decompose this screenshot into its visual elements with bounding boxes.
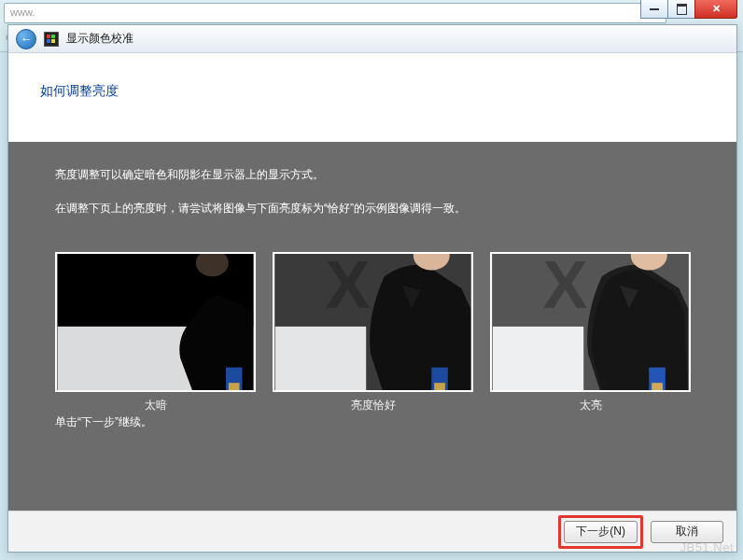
- example-too-dark-image: [55, 252, 256, 392]
- svg-rect-7: [275, 327, 366, 390]
- example-just-right-image: X: [273, 252, 473, 392]
- brightness-examples: 太暗 X 亮度恰好: [55, 252, 690, 413]
- back-button[interactable]: [16, 29, 36, 49]
- content-panel: 亮度调整可以确定暗色和阴影在显示器上的显示方式。 在调整下页上的亮度时，请尝试将…: [8, 142, 736, 511]
- continue-instruction: 单击“下一步”继续。: [55, 413, 690, 430]
- cancel-button[interactable]: 取消: [651, 521, 723, 543]
- example-just-right: X 亮度恰好: [273, 252, 473, 413]
- bg-address-bar: www.: [4, 3, 666, 23]
- svg-text:X: X: [542, 252, 587, 322]
- watermark: JB51.Net: [680, 540, 734, 554]
- example-just-right-label: 亮度恰好: [351, 398, 396, 413]
- calibration-icon: [44, 32, 59, 47]
- svg-rect-10: [434, 383, 445, 390]
- example-too-bright-label: 太亮: [580, 398, 602, 413]
- wizard-title: 显示颜色校准: [66, 31, 133, 47]
- svg-rect-16: [652, 383, 663, 390]
- maximize-button[interactable]: [667, 0, 695, 19]
- wizard-footer: 下一步(N) 取消: [8, 511, 736, 552]
- wizard-titlebar: 显示颜色校准: [8, 25, 736, 53]
- example-too-bright-image: X: [490, 252, 691, 392]
- minimize-button[interactable]: [640, 0, 668, 19]
- page-heading: 如何调整亮度: [8, 53, 736, 100]
- example-too-dark-label: 太暗: [145, 398, 167, 413]
- example-too-dark: 太暗: [55, 252, 256, 413]
- color-calibration-wizard: 显示颜色校准 如何调整亮度 亮度调整可以确定暗色和阴影在显示器上的显示方式。 在…: [7, 24, 737, 553]
- svg-rect-3: [229, 383, 240, 390]
- window-controls: [641, 0, 737, 19]
- next-button-highlight: 下一步(N): [558, 515, 643, 549]
- svg-text:X: X: [325, 252, 370, 322]
- close-button[interactable]: [694, 0, 737, 19]
- description-line-2: 在调整下页上的亮度时，请尝试将图像与下面亮度标为“恰好”的示例图像调得一致。: [55, 200, 690, 217]
- svg-rect-13: [493, 327, 583, 390]
- wizard-body: 如何调整亮度 亮度调整可以确定暗色和阴影在显示器上的显示方式。 在调整下页上的亮…: [8, 53, 736, 511]
- description-line-1: 亮度调整可以确定暗色和阴影在显示器上的显示方式。: [55, 166, 690, 183]
- next-button[interactable]: 下一步(N): [564, 521, 638, 543]
- example-too-bright: X 太亮: [490, 252, 691, 413]
